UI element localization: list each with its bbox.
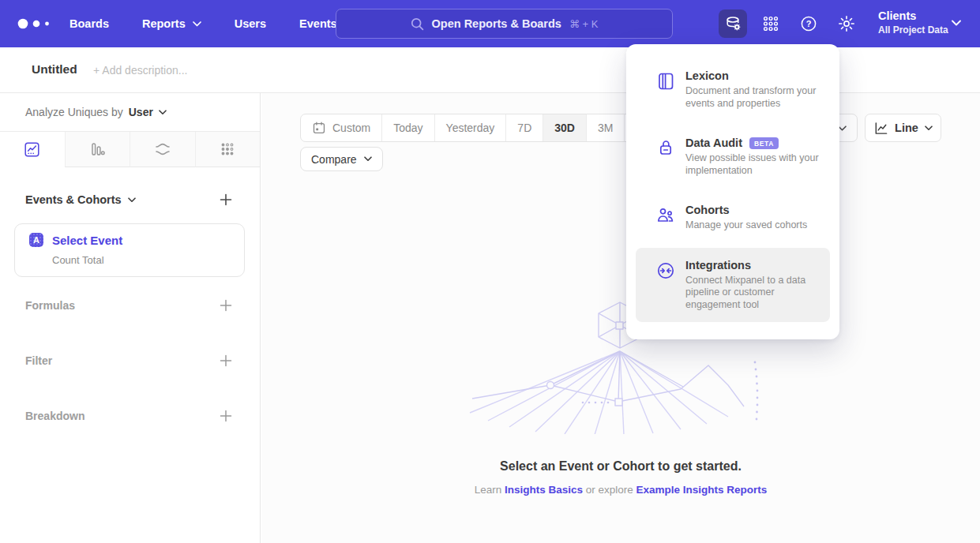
breakdown-section: Breakdown: [25, 408, 234, 424]
nav-item-boards[interactable]: Boards: [69, 17, 109, 30]
compare-button[interactable]: Compare: [300, 147, 383, 171]
data-management-button[interactable]: [719, 9, 747, 38]
settings-gear-icon: [837, 14, 856, 33]
search-shortcut: ⌘ + K: [569, 18, 599, 30]
integrations-sync-icon: [655, 259, 676, 312]
flow-chart-tab-icon: [154, 140, 171, 158]
menu-item-cohorts[interactable]: Cohorts Manage your saved cohorts: [626, 193, 839, 243]
add-filter-button[interactable]: [218, 353, 234, 369]
nav-item-events[interactable]: Events: [299, 17, 337, 30]
analyze-by-selector[interactable]: User: [129, 106, 167, 118]
svg-text:?: ?: [806, 19, 812, 28]
range-today[interactable]: Today: [381, 114, 434, 141]
apps-grid-icon: [761, 14, 780, 33]
search-icon: [411, 17, 424, 31]
tab-bar-chart[interactable]: [65, 132, 130, 167]
metrics-grid-tab-icon: [220, 141, 235, 157]
event-card[interactable]: A Select Event Count Total: [14, 223, 245, 277]
tab-line-chart[interactable]: [0, 132, 65, 167]
range-custom[interactable]: Custom: [301, 114, 381, 141]
global-search-input[interactable]: Open Reports & Boards ⌘ + K: [336, 9, 673, 39]
project-scope: All Project Data: [878, 24, 948, 36]
report-title[interactable]: Untitled: [32, 62, 77, 77]
events-cohorts-header: Events & Cohorts: [25, 192, 234, 208]
filter-section: Filter: [25, 353, 234, 369]
empty-state-links: Learn Insights Basics or explore Example…: [261, 484, 980, 496]
select-event-label[interactable]: Select Event: [52, 234, 122, 247]
apps-grid-button[interactable]: [757, 9, 785, 38]
mixpanel-logo-icon[interactable]: [17, 17, 54, 30]
range-7d[interactable]: 7D: [505, 114, 543, 141]
range-30d[interactable]: 30D: [543, 114, 586, 141]
chart-type-dropdown[interactable]: Line: [865, 114, 941, 142]
beta-badge: BETA: [749, 137, 779, 149]
cohorts-people-icon: [655, 204, 676, 232]
search-placeholder: Open Reports & Boards: [432, 17, 561, 30]
line-chart-icon: [873, 121, 888, 136]
count-total-label[interactable]: Count Total: [52, 254, 233, 266]
range-3m[interactable]: 3M: [586, 114, 624, 141]
nav-item-users[interactable]: Users: [235, 17, 266, 30]
events-cohorts-selector[interactable]: Events & Cohorts: [25, 193, 136, 206]
insights-basics-link[interactable]: Insights Basics: [505, 484, 583, 496]
tab-flow-chart[interactable]: [130, 132, 195, 167]
chevron-down-icon: [128, 197, 136, 203]
help-icon: ?: [799, 14, 818, 33]
settings-button[interactable]: [832, 9, 861, 38]
tab-metrics-grid[interactable]: [195, 132, 261, 167]
help-button[interactable]: ?: [794, 9, 823, 38]
chart-canvas: Custom Today Yesterday 7D 30D 3M 6M Comp…: [261, 93, 980, 543]
data-audit-lock-icon: [655, 137, 676, 177]
menu-item-data-audit[interactable]: Data Audit BETA View possible issues wit…: [626, 125, 839, 188]
nav-item-reports[interactable]: Reports: [142, 17, 201, 30]
lexicon-book-icon: [655, 69, 676, 110]
event-badge: A: [29, 233, 43, 247]
analyze-uniques-row: Analyze Uniques by User: [0, 93, 260, 132]
project-chevron-down-icon: [952, 20, 961, 26]
add-description-field[interactable]: + Add description...: [93, 64, 187, 77]
example-insights-reports-link[interactable]: Example Insights Reports: [636, 484, 768, 496]
project-selector[interactable]: Clients All Project Data: [878, 9, 948, 36]
calendar-icon: [312, 121, 326, 135]
chevron-down-icon: [159, 110, 167, 115]
empty-state-title: Select an Event or Cohort to get started…: [261, 459, 980, 474]
chevron-down-icon: [364, 156, 372, 162]
chevron-down-icon: [925, 125, 933, 131]
chart-type-tabs: [0, 132, 260, 167]
analyze-label: Analyze Uniques by: [25, 106, 123, 118]
chevron-down-icon: [193, 21, 201, 27]
project-name: Clients: [878, 9, 948, 24]
menu-item-integrations[interactable]: Integrations Connect Mixpanel to a data …: [636, 248, 830, 323]
add-breakdown-button[interactable]: [218, 408, 234, 424]
data-management-icon: [724, 15, 742, 33]
top-navigation: Boards Reports Users Events Open Reports…: [0, 0, 980, 47]
formulas-section: Formulas: [25, 298, 234, 313]
query-builder-sidebar: Analyze Uniques by User: [0, 93, 261, 543]
add-event-button[interactable]: [218, 192, 234, 208]
bar-chart-tab-icon: [89, 141, 106, 158]
menu-item-lexicon[interactable]: Lexicon Document and transform your even…: [626, 58, 839, 121]
filter-label: Filter: [25, 354, 52, 367]
add-formula-button[interactable]: [218, 298, 234, 313]
breakdown-label: Breakdown: [25, 410, 84, 422]
date-range-control: Custom Today Yesterday 7D 30D 3M 6M: [300, 114, 663, 142]
line-chart-tab-icon: [24, 141, 40, 158]
formulas-label: Formulas: [25, 299, 75, 312]
range-yesterday[interactable]: Yesterday: [434, 114, 506, 141]
data-management-menu: Lexicon Document and transform your even…: [626, 44, 839, 339]
